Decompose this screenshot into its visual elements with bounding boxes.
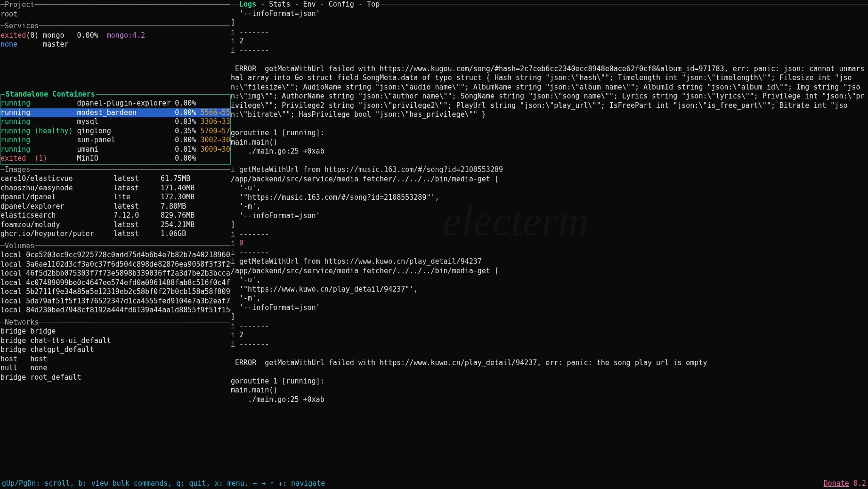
volume-row[interactable]: local 4c07489099be0c4647ee574efd0a096148… [0,278,230,288]
log-line: i ------- [231,322,868,331]
log-line: ] [231,220,868,230]
log-line [231,156,868,166]
log-line: i ------- [231,28,868,37]
tab-config[interactable]: Config [329,0,354,8]
container-row[interactable]: running umami 0.01% 3000→3000/tcp, :::30 [0,145,230,155]
log-line: '--infoFormat=json' [231,212,868,221]
network-row[interactable]: host host [0,355,230,364]
log-line: '-m', [231,202,868,212]
log-line: ERROR getMetaWithUrl failed with https:/… [231,359,868,368]
image-row[interactable]: ghcr.io/heyputer/puterlatest1.06GB [0,229,195,239]
containers-panel: ─Standalone Containers running dpanel-pl… [0,94,231,165]
log-line: i 2 [231,331,868,340]
container-row[interactable]: exited (1) MinIO 0.00% [0,154,230,163]
volume-row[interactable]: local 0ce5203ec9cc9225728c0add75d4b6b4e7… [0,251,230,260]
image-row[interactable]: dpanel/explorerlatest7.80MB [0,202,195,212]
log-line: i getMetaWithUrl from https://music.163.… [231,165,868,175]
footer: gUp/PgDn: scroll, b: view bulk commands,… [0,478,868,489]
volume-row[interactable]: local 5b2711f9e34a85a5e12319eb2c58bf0f27… [0,287,230,297]
tab-top[interactable]: Top [367,0,380,8]
container-row[interactable]: running dpanel-plugin-explorer 0.00% [0,99,230,108]
log-line: '"https://music.163.com/#/song?id=210855… [231,193,868,203]
volume-row[interactable]: local 3a6ae1102d3cf3a0c37f6d504c898de828… [0,260,230,269]
log-line: ERROR getMetaWithUrl failed with https:/… [231,65,868,120]
log-line: main.main() [231,386,868,395]
log-line: i getMetaWithUrl from https://www.kuwo.c… [231,257,868,267]
images-panel: ─Images─────────────────────────────────… [0,165,231,239]
right-tabs: ──Logs - Stats - Env - Config - Top─────… [231,0,868,9]
log-line: '-u', [231,184,868,193]
log-line: '-u', [231,276,868,285]
log-line: i ------- [231,46,868,56]
footer-hint: gUp/PgDn: scroll, b: view bulk commands,… [2,479,325,489]
log-line: '--infoFormat=json' [231,9,868,19]
log-line: '-m', [231,294,868,303]
services-title: Services [5,22,39,31]
container-row[interactable]: running (healthy) qinglong 0.35% 5700→57… [0,127,230,136]
version-label: 0.2 [853,479,866,488]
log-line [231,120,868,129]
log-line: i 2 [231,37,868,46]
project-panel: ─Project────────────────────────────────… [0,0,231,19]
log-line: main.main() [231,138,868,147]
network-row[interactable]: bridge chatgpt_default [0,345,230,355]
image-row[interactable]: cars10/elasticvuelatest61.75MB [0,174,195,184]
log-line: ] [231,18,868,28]
volume-row[interactable]: local 5da79af51f5f13f76522347d1ca4555fed… [0,297,230,306]
image-row[interactable]: elasticsearch7.12.0829.76MB [0,211,195,220]
log-line: /app/backend/src/service/media_fetcher/.… [231,267,868,276]
log-line: goroutine 1 [running]: [231,129,868,138]
network-row[interactable]: bridge bridge [0,327,230,336]
log-line: ./main.go:25 +0xab [231,395,868,405]
log-line: i 0 [231,239,868,248]
log-line [231,367,868,377]
tab-stats[interactable]: Stats [269,0,290,8]
container-row[interactable]: running modest_bardeen 0.00% 5566→5566/t… [0,108,230,118]
service-row[interactable]: none master [0,40,230,49]
tab-env[interactable]: Env [303,0,316,8]
log-line: /app/backend/src/service/media_fetcher/.… [231,175,868,184]
log-line: '--infoFormat=json' [231,303,868,313]
volume-row[interactable]: local 84d230bed7948cf8192a444fd6139a44aa… [0,306,230,315]
container-row[interactable]: running mysql 0.03% 3306→3306/tcp, :::33 [0,117,230,127]
containers-title: Standalone Containers [5,90,96,99]
log-line [231,349,868,359]
image-row[interactable]: foamzou/melodylatest254.21MB [0,220,195,230]
network-row[interactable]: bridge chat-tts-ui_default [0,336,230,346]
project-root[interactable]: root [0,10,230,19]
network-row[interactable]: bridge root_default [0,373,230,383]
images-title: Images [5,165,30,175]
log-line: ] [231,312,868,322]
tab-logs[interactable]: Logs [239,0,256,8]
log-line: i ------- [231,340,868,350]
log-line: goroutine 1 [running]: [231,377,868,386]
log-line: i ------- [231,248,868,258]
log-line: '"https://www.kuwo.cn/play_detail/94237"… [231,285,868,294]
project-title: Project [5,0,34,10]
log-line [231,55,868,65]
donate-link[interactable]: Donate [824,479,849,488]
services-panel: ─Services───────────────────────────────… [0,21,231,50]
image-row[interactable]: dpanel/dpanellite172.30MB [0,193,195,202]
volume-row[interactable]: local 46f5d2bbb075303f7f73e5898b339036ff… [0,269,230,278]
volumes-title: Volumes [5,242,34,251]
networks-panel: ─Networks───────────────────────────────… [0,318,231,383]
log-line: ./main.go:25 +0xab [231,147,868,156]
image-row[interactable]: chaoszhu/easynodelatest171.40MB [0,184,195,193]
log-line: i ------- [231,230,868,239]
networks-title: Networks [5,318,39,327]
container-row[interactable]: running sun-panel 0.00% 3002→3002/tcp, :… [0,136,230,145]
network-row[interactable]: null none [0,364,230,373]
logs-view[interactable]: '--infoFormat=json']i -------i 2i ------… [231,9,868,405]
volumes-panel: ─Volumes────────────────────────────────… [0,241,231,316]
service-row[interactable]: exited(0) mongo 0.00% mongo:4.2 [0,31,230,41]
